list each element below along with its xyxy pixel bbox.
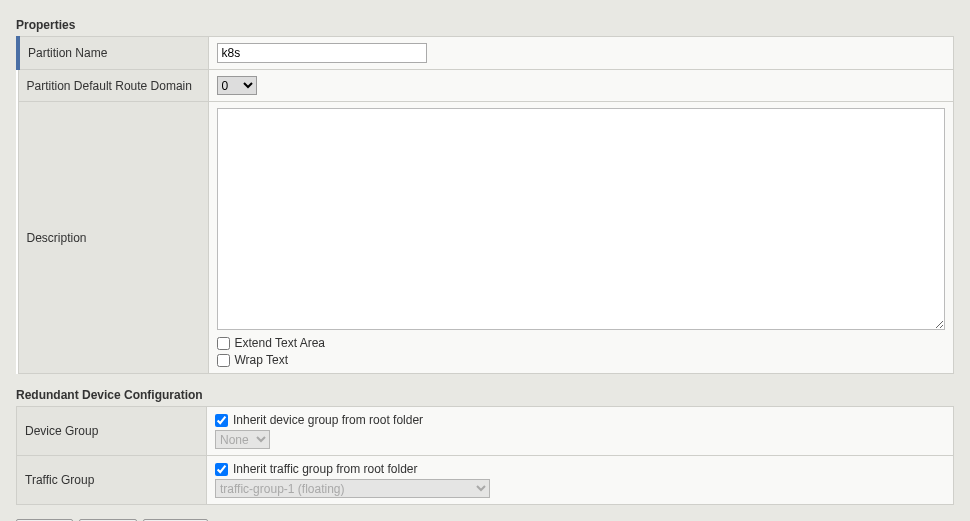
wrap-text-label: Wrap Text: [235, 353, 289, 367]
properties-section-title: Properties: [16, 18, 954, 32]
extend-text-area-checkbox[interactable]: [217, 337, 230, 350]
partition-name-input[interactable]: [217, 43, 427, 63]
route-domain-select[interactable]: 0: [217, 76, 257, 95]
description-textarea[interactable]: [217, 108, 946, 330]
partition-name-label: Partition Name: [18, 37, 208, 70]
device-group-select: None: [215, 430, 270, 449]
redundant-table: Device Group Inherit device group from r…: [16, 406, 954, 505]
partition-name-row: Partition Name: [18, 37, 954, 70]
extend-text-area-label: Extend Text Area: [235, 336, 326, 350]
device-group-row: Device Group Inherit device group from r…: [17, 407, 954, 456]
description-row: Description Extend Text Area Wrap Text: [18, 102, 954, 374]
inherit-traffic-group-label: Inherit traffic group from root folder: [233, 462, 418, 476]
inherit-traffic-group-checkbox[interactable]: [215, 463, 228, 476]
device-group-label: Device Group: [17, 407, 207, 456]
traffic-group-row: Traffic Group Inherit traffic group from…: [17, 456, 954, 505]
route-domain-label: Partition Default Route Domain: [18, 70, 208, 102]
wrap-text-checkbox[interactable]: [217, 354, 230, 367]
inherit-device-group-checkbox[interactable]: [215, 414, 228, 427]
properties-table: Partition Name Partition Default Route D…: [16, 36, 954, 374]
traffic-group-select: traffic-group-1 (floating): [215, 479, 490, 498]
route-domain-row: Partition Default Route Domain 0: [18, 70, 954, 102]
description-label: Description: [18, 102, 208, 374]
traffic-group-label: Traffic Group: [17, 456, 207, 505]
redundant-section-title: Redundant Device Configuration: [16, 388, 954, 402]
inherit-device-group-label: Inherit device group from root folder: [233, 413, 423, 427]
